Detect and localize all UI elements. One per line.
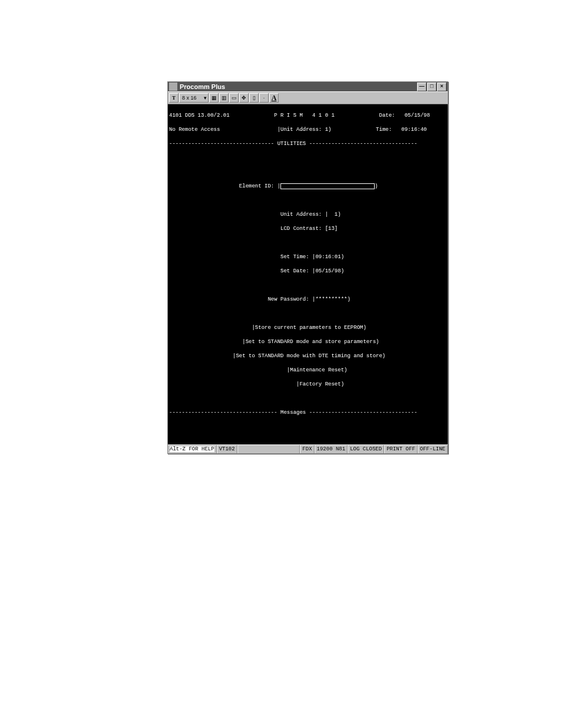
unit-address-field[interactable]: Unit Address: | 1) <box>280 212 341 218</box>
titlebar[interactable]: Procomm Plus — □ × <box>168 82 448 91</box>
access-status: No Remote Access <box>169 127 220 133</box>
date-value: 05/15/98 <box>405 113 430 118</box>
minimize-button[interactable]: — <box>417 83 427 91</box>
arrows-icon[interactable]: ✥ <box>239 93 249 103</box>
maximize-button[interactable]: □ <box>427 83 437 91</box>
grid2-icon[interactable]: ▥ <box>219 93 229 103</box>
print-status: PRINT OFF <box>384 445 418 453</box>
help-hint: Alt-Z FOR HELP <box>168 445 217 453</box>
tt-icon[interactable]: T <box>169 93 178 103</box>
close-button[interactable]: × <box>437 83 447 91</box>
port-settings: 19200 N81 <box>315 445 348 453</box>
section-utilities: UTILITIES <box>277 141 306 147</box>
font-style-button[interactable]: A <box>269 93 279 103</box>
toolbar: T 8 x 16 ▾ ▦ ▥ ▭ ✥ ▯ · A <box>168 91 448 104</box>
font-size-dropdown[interactable]: 8 x 16 ▾ <box>179 93 209 103</box>
status-bar: Alt-Z FOR HELP VT102 FDX 19200 N81 LOG C… <box>168 444 448 453</box>
section-messages: Messages <box>280 410 306 416</box>
element-id-close: ) <box>375 183 378 189</box>
new-password-field[interactable]: New Password: |**********) <box>267 297 350 302</box>
date-label: Date: <box>379 113 395 118</box>
app-icon <box>169 83 177 91</box>
app-banner: P R I S M 4 1 0 1 <box>274 113 335 118</box>
terminal-type: VT102 <box>217 445 237 453</box>
element-id-cursor[interactable] <box>280 183 375 189</box>
device-id: 4101 DDS 13.00/2.01 <box>169 113 230 118</box>
clipboard-icon[interactable]: ▯ <box>249 93 259 103</box>
element-id-label: Element ID: <box>239 183 274 189</box>
time-label: Time: <box>376 127 392 133</box>
action-maintenance-reset[interactable]: |Maintenance Reset) <box>287 367 348 373</box>
log-status: LOG CLOSED <box>348 445 384 453</box>
terminal-screen[interactable]: 4101 DDS 13.00/2.01 P R I S M 4 1 0 1 Da… <box>168 104 448 444</box>
procomm-window: Procomm Plus — □ × T 8 x 16 ▾ ▦ ▥ ▭ ✥ ▯ … <box>167 81 448 454</box>
duplex-mode: FDX <box>300 445 314 453</box>
action-store-eeprom[interactable]: |Store current parameters to EEPROM) <box>252 325 366 331</box>
action-standard-store[interactable]: |Set to STANDARD mode and store paramete… <box>242 339 379 345</box>
spark-icon[interactable]: · <box>259 93 269 103</box>
line-status: OFF-LINE <box>418 445 448 453</box>
action-factory-reset[interactable]: |Factory Reset) <box>296 381 344 387</box>
action-standard-dte[interactable]: |Set to STANDARD mode with DTE timing an… <box>233 353 385 359</box>
grid1-icon[interactable]: ▦ <box>209 93 219 103</box>
page-icon[interactable]: ▭ <box>229 93 239 103</box>
set-date-field[interactable]: Set Date: |05/15/98) <box>280 268 344 274</box>
set-time-field[interactable]: Set Time: |09:16:01) <box>280 254 344 260</box>
lcd-contrast-field[interactable]: LCD Contrast: [13] <box>280 226 338 232</box>
window-title: Procomm Plus <box>180 83 225 90</box>
font-size-label: 8 x 16 <box>182 95 197 101</box>
time-value: 09:16:40 <box>401 127 427 133</box>
unit-address-hdr[interactable]: |Unit Address: 1) <box>277 127 332 133</box>
